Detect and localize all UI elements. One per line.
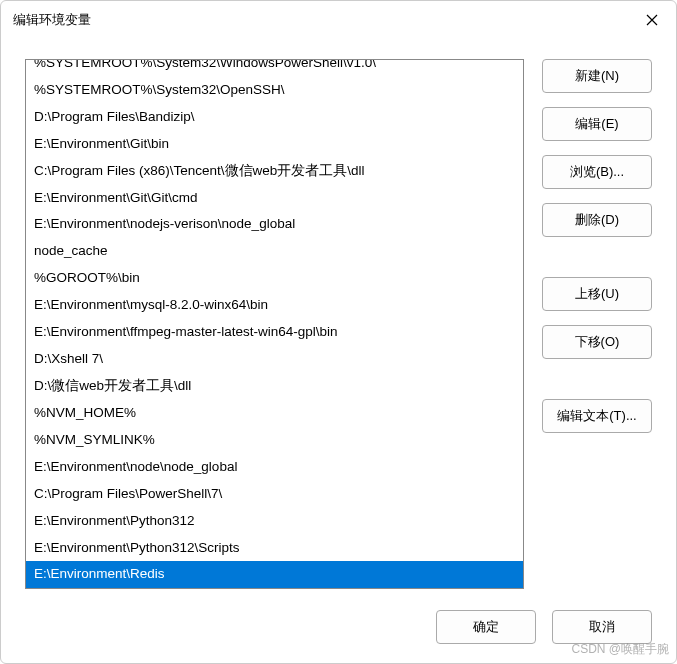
list-item[interactable]: E:\Environment\Git\bin	[26, 131, 523, 158]
list-item[interactable]: E:\Environment\node\node_global	[26, 454, 523, 481]
list-item[interactable]: %NVM_SYMLINK%	[26, 427, 523, 454]
titlebar: 编辑环境变量	[1, 1, 676, 39]
close-button[interactable]	[640, 8, 664, 32]
ok-button[interactable]: 确定	[436, 610, 536, 644]
dialog-title: 编辑环境变量	[13, 11, 640, 29]
list-item[interactable]: %NVM_HOME%	[26, 400, 523, 427]
cancel-button[interactable]: 取消	[552, 610, 652, 644]
listbox-wrap: %SystemRoot%\System32\Wbem%SYSTEMROOT%\S…	[25, 59, 524, 603]
environment-variable-dialog: 编辑环境变量 %SystemRoot%\System32\Wbem%SYSTEM…	[0, 0, 677, 664]
list-item[interactable]: E:\Environment\Redis	[26, 561, 523, 588]
list-item[interactable]: D:\微信web开发者工具\dll	[26, 373, 523, 400]
path-listbox[interactable]: %SystemRoot%\System32\Wbem%SYSTEMROOT%\S…	[25, 59, 524, 589]
list-item[interactable]: E:\Environment\Git\Git\cmd	[26, 185, 523, 212]
new-button[interactable]: 新建(N)	[542, 59, 652, 93]
list-item[interactable]: %SYSTEMROOT%\System32\OpenSSH\	[26, 77, 523, 104]
list-item[interactable]: E:\Environment\Python312	[26, 508, 523, 535]
side-buttons: 新建(N) 编辑(E) 浏览(B)... 删除(D) 上移(U) 下移(O) 编…	[542, 59, 652, 603]
edit-button[interactable]: 编辑(E)	[542, 107, 652, 141]
list-item[interactable]: E:\Environment\Python312\Scripts	[26, 535, 523, 562]
dialog-content: %SystemRoot%\System32\Wbem%SYSTEMROOT%\S…	[1, 39, 676, 607]
dialog-footer: 确定 取消	[1, 607, 676, 663]
list-item[interactable]: D:\Program Files\Bandizip\	[26, 104, 523, 131]
edit-text-button[interactable]: 编辑文本(T)...	[542, 399, 652, 433]
list-item[interactable]: node_cache	[26, 238, 523, 265]
list-item[interactable]: E:\Environment\ffmpeg-master-latest-win6…	[26, 319, 523, 346]
list-item[interactable]: E:\Environment\nodejs-verison\node_globa…	[26, 211, 523, 238]
list-item[interactable]: D:\Xshell 7\	[26, 346, 523, 373]
list-item[interactable]: %GOROOT%\bin	[26, 265, 523, 292]
list-item[interactable]: C:\Program Files (x86)\Tencent\微信web开发者工…	[26, 158, 523, 185]
close-icon	[646, 14, 658, 26]
move-down-button[interactable]: 下移(O)	[542, 325, 652, 359]
list-item[interactable]: %SYSTEMROOT%\System32\WindowsPowerShell\…	[26, 59, 523, 77]
list-item[interactable]: E:\Environment\mysql-8.2.0-winx64\bin	[26, 292, 523, 319]
delete-button[interactable]: 删除(D)	[542, 203, 652, 237]
browse-button[interactable]: 浏览(B)...	[542, 155, 652, 189]
list-item[interactable]: C:\Program Files\PowerShell\7\	[26, 481, 523, 508]
move-up-button[interactable]: 上移(U)	[542, 277, 652, 311]
